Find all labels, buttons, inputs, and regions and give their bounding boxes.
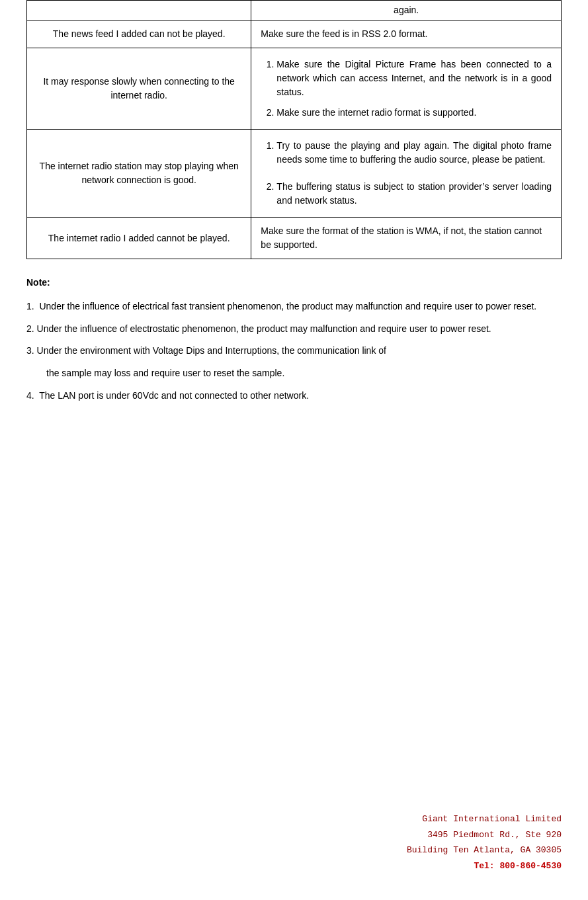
footer-tel: Tel: 800-860-4530 bbox=[407, 858, 562, 874]
cell-problem-slow-connect: It may response slowly when connecting t… bbox=[27, 48, 251, 130]
table-row-station-stop: The internet radio station may stop play… bbox=[27, 130, 562, 218]
footer-line3: Building Ten Atlanta, GA 30305 bbox=[407, 842, 562, 858]
cell-solution-station-stop: Try to pause the playing and play again.… bbox=[251, 130, 562, 218]
solution-item-stop-2: The buffering status is subject to stati… bbox=[276, 180, 552, 208]
table-row-wma: The internet radio I added cannot be pla… bbox=[27, 218, 562, 259]
solution-list-station-stop: Try to pause the playing and play again.… bbox=[274, 139, 552, 208]
cell-problem-again bbox=[27, 1, 251, 20]
solution-list-slow-connect: Make sure the Digital Picture Frame has … bbox=[274, 58, 552, 120]
note-item-3-cont: the sample may loss and require user to … bbox=[46, 366, 562, 382]
cell-problem-wma: The internet radio I added cannot be pla… bbox=[27, 218, 251, 259]
cell-solution-again: again. bbox=[251, 1, 562, 20]
table-row-newsfeed: The news feed I added can not be played.… bbox=[27, 20, 562, 48]
footer-line1: Giant International Limited bbox=[407, 811, 562, 827]
footer: Giant International Limited 3495 Piedmon… bbox=[407, 811, 562, 874]
cell-solution-wma: Make sure the format of the station is W… bbox=[251, 218, 562, 259]
troubleshooting-table: again. The news feed I added can not be … bbox=[26, 0, 562, 259]
cell-solution-slow-connect: Make sure the Digital Picture Frame has … bbox=[251, 48, 562, 130]
note-title: Note: bbox=[26, 275, 562, 291]
solution-item-stop-1: Try to pause the playing and play again.… bbox=[276, 139, 552, 167]
cell-problem-station-stop: The internet radio station may stop play… bbox=[27, 130, 251, 218]
note-item-3: 3. Under the environment with Voltage Di… bbox=[26, 343, 562, 359]
note-item-1: 1. Under the influence of electrical fas… bbox=[40, 299, 562, 315]
footer-line2: 3495 Piedmont Rd., Ste 920 bbox=[407, 827, 562, 842]
cell-problem-newsfeed: The news feed I added can not be played. bbox=[27, 20, 251, 48]
solution-item-2: Make sure the internet radio format is s… bbox=[276, 106, 552, 120]
note-item-4: 4. The LAN port is under 60Vdc and not c… bbox=[40, 388, 562, 404]
table-row-slow-connect: It may response slowly when connecting t… bbox=[27, 48, 562, 130]
solution-item-1: Make sure the Digital Picture Frame has … bbox=[276, 58, 552, 99]
note-item-2: 2. Under the influence of electrostatic … bbox=[40, 321, 562, 337]
table-row-again: again. bbox=[27, 1, 562, 20]
cell-solution-newsfeed: Make sure the feed is in RSS 2.0 format. bbox=[251, 20, 562, 48]
note-section: Note: 1. Under the influence of electric… bbox=[26, 275, 562, 404]
